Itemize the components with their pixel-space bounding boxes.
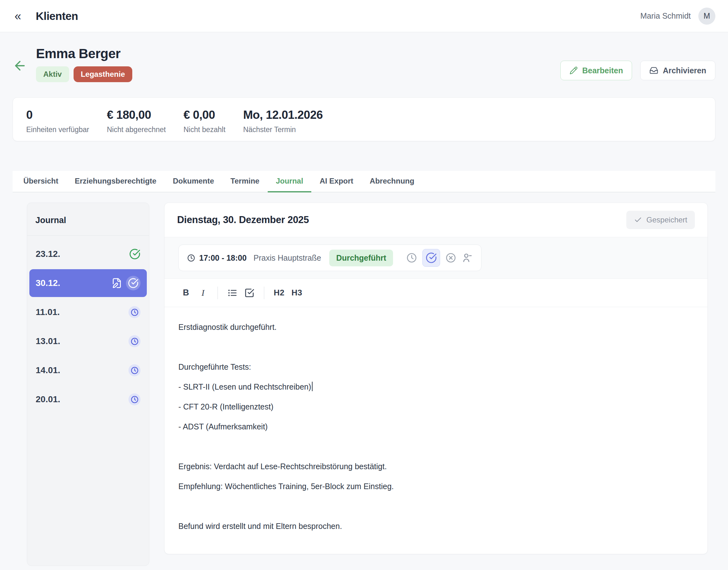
clock-icon [187,254,195,262]
checklist-button[interactable] [242,285,257,301]
check-circle-icon [129,248,140,260]
tab-termine[interactable]: Termine [222,171,268,193]
back-arrow-icon[interactable] [13,58,27,73]
stat-next-appointment: Mo, 12.01.2026 Nächster Termin [243,108,322,130]
pencil-icon [570,66,578,74]
heading2-button[interactable]: H2 [271,285,287,301]
editor-paragraph: Empfehlung: Wöchentliches Training, 5er-… [178,480,694,492]
stat-units: 0 Einheiten verfügbar [26,108,89,130]
tab-uebersicht[interactable]: Übersicht [15,171,67,193]
journal-entry-30-12[interactable]: 30.12. [29,269,147,297]
mark-completed-button[interactable] [423,249,440,267]
appointment-time: 17:00 - 18:00 [199,253,246,263]
checkmark-icon [634,216,642,224]
toolbar-divider [264,287,264,299]
journal-entry-panel: Dienstag, 30. Dezember 2025 Gespeichert … [164,203,708,554]
editor-paragraph: - SLRT-II (Lesen und Rechtschreiben) [178,381,694,393]
editor-paragraph: - CFT 20-R (Intelligenztest) [178,401,694,413]
bullet-list-button[interactable] [225,285,240,301]
tab-ai-export[interactable]: AI Export [311,171,361,193]
text-cursor [312,382,312,391]
clock-icon [128,335,140,347]
entry-header: Dienstag, 30. Dezember 2025 Gespeichert [164,203,707,237]
toolbar-divider [217,287,218,299]
editor-paragraph: Durchgeführte Tests: [178,361,694,373]
stat-value: Mo, 12.01.2026 [243,108,322,122]
saved-status-badge: Gespeichert [626,211,695,229]
edit-button[interactable]: Bearbeiten [560,61,632,80]
journal-sidebar: Journal 23.12. 30.12. [27,203,149,566]
journal-text-editor[interactable]: Erstdiagnostik durchgeführt. Durchgeführ… [164,307,707,554]
editor-paragraph: Befund wird erstellt und mit Eltern besp… [178,520,694,532]
page-title: Klienten [36,10,78,22]
appointment-status-badge: Durchgeführt [329,250,393,266]
journal-entry-13-01[interactable]: 13.01. [29,327,147,355]
journal-entry-11-01[interactable]: 11.01. [29,298,147,326]
stat-value: 0 [26,108,89,122]
entry-title: Dienstag, 30. Dezember 2025 [177,214,309,226]
entry-date: 20.01. [36,394,60,404]
tab-abrechnung[interactable]: Abrechnung [361,171,423,193]
entry-date: 30.12. [36,278,60,288]
stat-unpaid: € 0,00 Nicht bezahlt [183,108,225,130]
top-bar: « Klienten Maria Schmidt M [0,0,728,32]
mark-cancelled-button[interactable] [445,252,457,264]
heading3-button[interactable]: H3 [289,285,305,301]
stat-value: € 0,00 [183,108,225,122]
mark-no-show-button[interactable] [462,252,473,264]
stat-label: Einheiten verfügbar [26,125,89,134]
appointment-location: Praxis Hauptstraße [253,253,321,263]
tab-dokumente[interactable]: Dokumente [164,171,222,193]
editor-paragraph: Ergebnis: Verdacht auf Lese-Rechtschreib… [178,460,694,472]
appointment-strip: 17:00 - 18:00 Praxis Hauptstraße Durchge… [164,237,707,279]
saved-status-label: Gespeichert [647,216,687,224]
journal-sidebar-title: Journal [35,216,66,225]
archive-icon [649,66,658,75]
avatar[interactable]: M [698,8,715,25]
appointment-bar: 17:00 - 18:00 Praxis Hauptstraße Durchge… [178,245,482,271]
italic-button[interactable]: I [195,285,210,301]
journal-entry-14-01[interactable]: 14.01. [29,356,147,384]
client-stats-card: 0 Einheiten verfügbar € 180,00 Nicht abg… [13,97,715,141]
journal-entry-list: 23.12. 30.12. [27,236,149,419]
collapse-sidebar-icon[interactable]: « [13,10,23,22]
stat-label: Nächster Termin [243,125,322,134]
tab-journal[interactable]: Journal [268,171,311,193]
client-name: Emma Berger [36,46,132,61]
client-tabs: Übersicht Erziehungsberechtigte Dokument… [13,171,715,193]
stat-unbilled: € 180,00 Nicht abgerechnet [107,108,166,130]
stat-value: € 180,00 [107,108,166,122]
entry-date: 14.01. [36,365,60,375]
editor-paragraph [178,500,694,512]
diagnosis-badge: Legasthenie [74,66,132,82]
editor-paragraph: - ADST (Aufmerksamkeit) [178,420,694,433]
editor-toolbar: B I H2 H3 [164,279,707,307]
journal-entry-20-01[interactable]: 20.01. [29,385,147,413]
editor-paragraph-text: - SLRT-II (Lesen und Rechtschreiben) [178,382,311,391]
archive-button[interactable]: Archivieren [640,61,715,80]
client-header: Emma Berger Aktiv Legasthenie Bearbeiten… [0,32,728,82]
stat-label: Nicht bezahlt [183,125,225,134]
journal-sidebar-header: Journal [27,203,149,236]
editor-paragraph [178,341,694,353]
journal-entry-23-12[interactable]: 23.12. [29,240,147,268]
clock-icon [128,364,140,376]
editor-paragraph [178,441,694,453]
entry-date: 23.12. [36,249,60,259]
user-name: Maria Schmidt [640,11,691,21]
tab-erziehungsberechtigte[interactable]: Erziehungsberechtigte [67,171,165,193]
stat-label: Nicht abgerechnet [107,125,166,134]
entry-date: 13.01. [36,336,60,346]
editor-paragraph: Erstdiagnostik durchgeführt. [178,321,694,333]
status-badge: Aktiv [36,66,69,82]
entry-date: 11.01. [36,307,60,317]
mark-scheduled-button[interactable] [406,252,417,264]
avatar-initial: M [704,11,710,21]
edit-button-label: Bearbeiten [582,66,623,75]
file-pen-icon [111,278,122,288]
clock-icon [128,393,140,405]
archive-button-label: Archivieren [663,66,706,75]
clock-icon [128,306,140,318]
bold-button[interactable]: B [178,285,193,301]
check-circle-icon [126,276,140,290]
